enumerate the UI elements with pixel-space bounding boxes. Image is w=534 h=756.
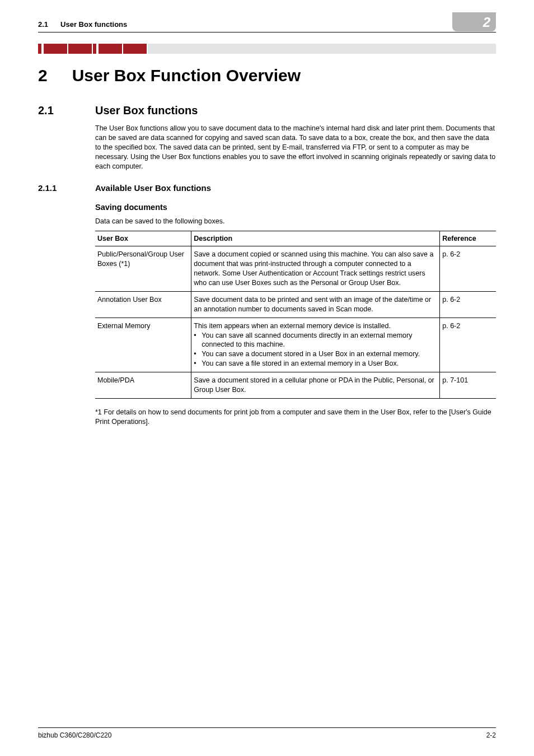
cell-description: Save document data to be printed and sen…	[191, 291, 440, 318]
cell-reference: p. 6-2	[440, 246, 496, 292]
section-title: User Box functions	[95, 104, 198, 117]
chapter-number: 2	[38, 66, 48, 85]
table-row: External Memory This item appears when a…	[95, 318, 496, 372]
user-box-table: User Box Description Reference Public/Pe…	[95, 231, 496, 398]
subsection-title: Available User Box functions	[95, 183, 211, 193]
chapter-badge: 2	[452, 12, 496, 31]
cell-reference: p. 7-101	[440, 372, 496, 399]
cell-reference: p. 6-2	[440, 318, 496, 372]
cell-userbox: Annotation User Box	[95, 291, 191, 318]
saving-heading: Saving documents	[95, 203, 496, 212]
table-header-userbox: User Box	[95, 231, 191, 246]
tab-marker	[93, 44, 99, 54]
footer-product: bizhub C360/C280/C220	[38, 731, 111, 739]
section-paragraph: The User Box functions allow you to save…	[95, 124, 496, 171]
footer-page-number: 2-2	[486, 731, 496, 739]
table-header-reference: Reference	[440, 231, 496, 246]
tab-marker	[38, 44, 44, 54]
list-item: You can save a document stored in a User…	[194, 349, 435, 359]
cell-description: This item appears when an external memor…	[191, 318, 440, 372]
table-row: Mobile/PDA Save a document stored in a c…	[95, 372, 496, 399]
tab-marker	[99, 44, 123, 54]
page-header: 2.1 User Box functions 2	[38, 17, 496, 32]
cell-userbox: Mobile/PDA	[95, 372, 191, 399]
subsection-number: 2.1.1	[38, 183, 83, 193]
table-header-description: Description	[191, 231, 440, 246]
cell-userbox: External Memory	[95, 318, 191, 372]
cell-description: Save a document copied or scanned using …	[191, 246, 440, 292]
tab-strip	[38, 44, 496, 54]
page-footer: bizhub C360/C280/C220 2-2	[38, 727, 496, 739]
header-section-number: 2.1	[38, 20, 48, 29]
section-number: 2.1	[38, 104, 71, 117]
cell-reference: p. 6-2	[440, 291, 496, 318]
cell-desc-intro: This item appears when an external memor…	[194, 322, 391, 330]
cell-description: Save a document stored in a cellular pho…	[191, 372, 440, 399]
list-item: You can save all scanned documents direc…	[194, 331, 435, 350]
content-area: 2 User Box Function Overview 2.1 User Bo…	[38, 66, 496, 427]
chapter-title: User Box Function Overview	[72, 66, 301, 85]
table-row: Public/Personal/Group User Boxes (*1) Sa…	[95, 246, 496, 292]
tab-marker	[123, 44, 148, 54]
table-row: Annotation User Box Save document data t…	[95, 291, 496, 318]
tab-marker	[44, 44, 68, 54]
list-item: You can save a file stored in an externa…	[194, 359, 435, 368]
header-section-title: User Box functions	[60, 20, 127, 29]
saving-intro: Data can be saved to the following boxes…	[95, 217, 496, 225]
cell-userbox: Public/Personal/Group User Boxes (*1)	[95, 246, 191, 292]
tab-marker	[68, 44, 93, 54]
footnote: *1 For details on how to send documents …	[95, 408, 496, 427]
